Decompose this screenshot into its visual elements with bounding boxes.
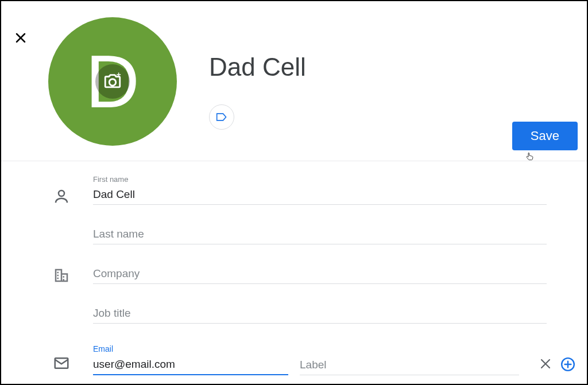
- header-info: Dad Cell: [209, 17, 306, 130]
- svg-point-1: [59, 190, 64, 196]
- close-icon: [539, 357, 552, 371]
- company-icon: [53, 267, 70, 284]
- save-button[interactable]: Save: [512, 122, 578, 150]
- cursor-icon: [525, 150, 535, 163]
- email-label-field: [300, 356, 519, 375]
- label-icon: [216, 112, 227, 122]
- name-row: First name: [53, 175, 574, 205]
- avatar: D: [48, 17, 177, 146]
- company-input[interactable]: [93, 265, 547, 284]
- email-field: Email: [93, 344, 288, 375]
- email-icon: [53, 355, 70, 372]
- add-email-button[interactable]: [560, 357, 574, 371]
- email-input[interactable]: [93, 356, 288, 375]
- avatar-circle: D: [48, 17, 177, 146]
- add-circle-icon: [560, 357, 575, 372]
- header: D Dad Cell Save: [1, 1, 587, 161]
- remove-email-button[interactable]: [539, 357, 552, 371]
- company-row: [53, 265, 574, 284]
- email-label: Email: [93, 344, 288, 353]
- email-label-input[interactable]: [300, 356, 519, 375]
- change-photo-button[interactable]: [95, 64, 130, 99]
- job-title-input[interactable]: [93, 305, 547, 324]
- contact-name: Dad Cell: [209, 53, 306, 81]
- job-title-field: [93, 305, 547, 324]
- person-icon: [53, 188, 70, 205]
- company-field: [93, 265, 547, 284]
- email-row: Email: [53, 344, 574, 375]
- last-name-field: [93, 225, 547, 244]
- last-name-row: [53, 225, 574, 244]
- job-title-row: [53, 305, 574, 324]
- first-name-label: First name: [93, 175, 547, 184]
- camera-add-icon: [103, 72, 122, 91]
- add-label-button[interactable]: [209, 104, 234, 130]
- last-name-input[interactable]: [93, 225, 547, 244]
- form: First name: [1, 161, 587, 375]
- first-name-input[interactable]: [93, 186, 547, 205]
- first-name-field: First name: [93, 175, 547, 205]
